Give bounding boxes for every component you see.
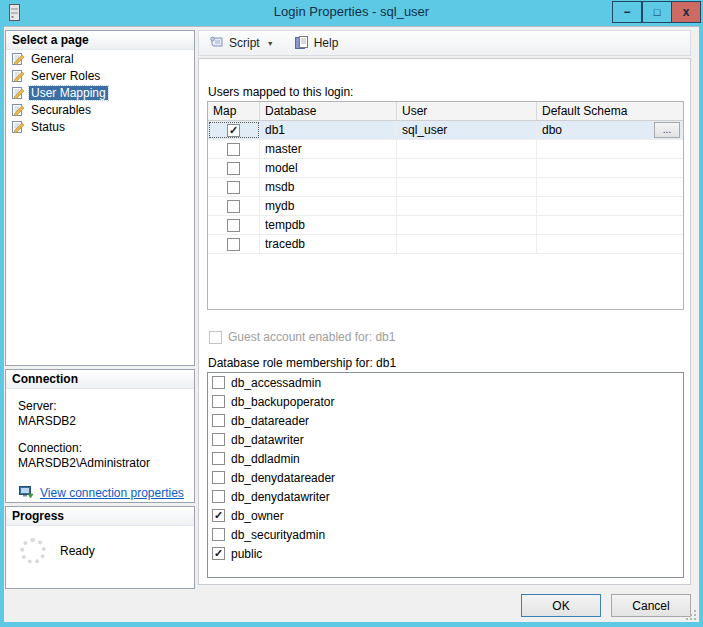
role-item-public[interactable]: ✓public <box>208 544 683 563</box>
guest-account-row: Guest account enabled for: db1 <box>209 330 395 344</box>
table-body: ✓db1sql_userdbo...mastermodelmsdbmydbtem… <box>208 121 683 254</box>
default-schema-cell <box>537 178 683 196</box>
map-checkbox[interactable] <box>227 219 240 232</box>
database-cell: tempdb <box>260 216 397 234</box>
dialog-client-area: Select a page GeneralServer RolesUser Ma… <box>4 26 699 622</box>
role-membership-label: Database role membership for: db1 <box>208 356 396 370</box>
role-checkbox[interactable] <box>212 490 225 503</box>
sidebar-item-label: General <box>29 52 76 66</box>
map-checkbox[interactable] <box>227 162 240 175</box>
sidebar-item-status[interactable]: Status <box>6 118 194 135</box>
help-book-icon <box>294 35 310 51</box>
select-page-header: Select a page <box>6 31 194 50</box>
map-checkbox[interactable] <box>227 238 240 251</box>
default-schema-cell <box>537 159 683 177</box>
sidebar-item-securables[interactable]: Securables <box>6 101 194 118</box>
role-item-db_backupoperator[interactable]: db_backupoperator <box>208 392 683 411</box>
map-checkbox[interactable] <box>227 200 240 213</box>
connection-value: MARSDB2\Administrator <box>18 456 184 471</box>
user-cell <box>397 178 537 196</box>
help-button[interactable]: Help <box>290 33 343 53</box>
table-row[interactable]: master <box>208 140 683 159</box>
role-label: db_backupoperator <box>231 395 334 409</box>
role-checkbox[interactable]: ✓ <box>212 509 225 522</box>
role-checkbox[interactable] <box>212 395 225 408</box>
role-item-db_ddladmin[interactable]: db_ddladmin <box>208 449 683 468</box>
user-cell <box>397 235 537 253</box>
sidebar-item-label: Securables <box>29 103 93 117</box>
role-item-db_denydatawriter[interactable]: db_denydatawriter <box>208 487 683 506</box>
maximize-button[interactable]: □ <box>642 1 672 23</box>
cancel-button-label: Cancel <box>632 599 669 613</box>
map-checkbox[interactable] <box>227 143 240 156</box>
sidebar-item-user-mapping[interactable]: User Mapping <box>6 84 194 101</box>
sidebar-item-general[interactable]: General <box>6 50 194 67</box>
help-button-label: Help <box>314 36 339 50</box>
server-value: MARSDB2 <box>18 414 184 429</box>
role-checkbox[interactable] <box>212 471 225 484</box>
role-checkbox[interactable] <box>212 376 225 389</box>
user-cell <box>397 159 537 177</box>
user-cell: sql_user <box>397 121 537 139</box>
map-cell <box>208 235 260 253</box>
progress-panel: Progress Ready <box>5 506 195 589</box>
script-icon <box>209 35 225 51</box>
script-button[interactable]: Script ▼ <box>205 33 278 53</box>
minimize-button[interactable]: − <box>612 1 642 23</box>
table-row[interactable]: model <box>208 159 683 178</box>
database-cell: msdb <box>260 178 397 196</box>
role-checkbox[interactable] <box>212 433 225 446</box>
properties-page-icon <box>11 103 25 117</box>
table-row[interactable]: tempdb <box>208 216 683 235</box>
role-item-db_denydatareader[interactable]: db_denydatareader <box>208 468 683 487</box>
select-page-panel: Select a page GeneralServer RolesUser Ma… <box>5 30 195 366</box>
role-item-db_owner[interactable]: ✓db_owner <box>208 506 683 525</box>
sidebar-item-label: Server Roles <box>29 69 102 83</box>
column-header: User <box>397 102 537 120</box>
connection-properties-icon <box>18 485 34 501</box>
script-button-label: Script <box>229 36 260 50</box>
table-row[interactable]: mydb <box>208 197 683 216</box>
map-checkbox[interactable]: ✓ <box>227 124 240 137</box>
role-item-db_securityadmin[interactable]: db_securityadmin <box>208 525 683 544</box>
connection-panel: Connection Server: MARSDB2 Connection: M… <box>5 369 195 503</box>
map-cell: ✓ <box>208 121 260 139</box>
login-properties-window: Login Properties - sql_user − □ x Select… <box>0 0 703 627</box>
map-cell <box>208 178 260 196</box>
chevron-down-icon: ▼ <box>267 40 274 47</box>
user-mapping-table: MapDatabaseUserDefault Schema ✓db1sql_us… <box>207 101 684 310</box>
connection-header: Connection <box>6 370 194 389</box>
connection-label: Connection: <box>18 441 184 456</box>
resize-grip[interactable] <box>686 610 696 620</box>
default-schema-cell <box>537 235 683 253</box>
role-label: db_securityadmin <box>231 528 325 542</box>
properties-page-icon <box>11 69 25 83</box>
role-checkbox[interactable] <box>212 452 225 465</box>
table-row[interactable]: msdb <box>208 178 683 197</box>
table-header-row: MapDatabaseUserDefault Schema <box>208 102 683 121</box>
database-cell: db1 <box>260 121 397 139</box>
map-cell <box>208 216 260 234</box>
table-row[interactable]: tracedb <box>208 235 683 254</box>
cancel-button[interactable]: Cancel <box>611 594 691 617</box>
role-item-db_accessadmin[interactable]: db_accessadmin <box>208 373 683 392</box>
role-item-db_datawriter[interactable]: db_datawriter <box>208 430 683 449</box>
titlebar[interactable]: Login Properties - sql_user − □ x <box>0 0 703 26</box>
ok-button[interactable]: OK <box>521 594 601 617</box>
role-label: public <box>231 547 262 561</box>
map-checkbox[interactable] <box>227 181 240 194</box>
close-button[interactable]: x <box>671 1 701 23</box>
role-label: db_denydatawriter <box>231 490 330 504</box>
user-mapping-content: Users mapped to this login: MapDatabaseU… <box>198 58 691 585</box>
role-checkbox[interactable] <box>212 414 225 427</box>
role-checkbox[interactable]: ✓ <box>212 547 225 560</box>
select-page-list: GeneralServer RolesUser MappingSecurable… <box>6 50 194 135</box>
role-item-db_datareader[interactable]: db_datareader <box>208 411 683 430</box>
properties-page-icon <box>11 86 25 100</box>
table-row[interactable]: ✓db1sql_userdbo... <box>208 121 683 140</box>
view-connection-properties-link[interactable]: View connection properties <box>40 486 184 500</box>
browse-schema-button[interactable]: ... <box>654 122 680 138</box>
database-cell: tracedb <box>260 235 397 253</box>
sidebar-item-server-roles[interactable]: Server Roles <box>6 67 194 84</box>
role-checkbox[interactable] <box>212 528 225 541</box>
